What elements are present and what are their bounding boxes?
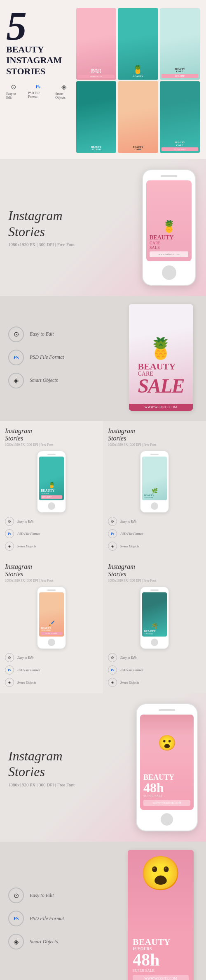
phone-speaker-2 (159, 709, 175, 711)
col-card-1: Instagram Stories 1080x1920 PX | 300 DPI… (0, 421, 103, 557)
hero-right: BEAUTYIS YOUR SUPER SALE 🍍 BEAUTY BEAUTY… (76, 8, 200, 153)
col-sub-4: 1080x1920 PX | 300 DPI | Free Font (108, 579, 201, 582)
col-phone-3: 🖌️ BEAUTY CUR SALE SUPER SALE (37, 587, 66, 649)
col-speaker-2 (150, 454, 159, 455)
col-title-1: Instagram Stories (5, 427, 98, 442)
hero-icons: ⊙ Easy to Edit Ps PSD File Format ◈ Smar… (6, 83, 72, 99)
stories-text-1: Instagram Stories 1080x1920 PX | 300 DPI… (8, 208, 132, 247)
feature-label-6: Smart Objects (30, 939, 58, 945)
bfc-beauty: BEAUTY (133, 937, 189, 947)
bsc-48-text: 48h (143, 781, 190, 794)
edit-icon-circle-2: ⊙ (8, 888, 24, 903)
col-phone-area-4: 🌴 BEAUTY IS YOURS (108, 587, 201, 649)
col-layers-icon-1: ◈ (5, 542, 14, 551)
col-f1-4: ⊙ Easy to Edit (108, 653, 201, 662)
col-card-2: Instagram Stories 1080x1920 PX | 300 DPI… (103, 421, 206, 557)
feature-label-3: Smart Objects (30, 377, 58, 383)
col-f3-2: ◈ Smart Objects (108, 542, 201, 551)
pineapple-large-1: 🍍 (138, 336, 184, 360)
face-emoji: 😮 (140, 854, 181, 893)
screen-bar-1: www.website.com (150, 251, 188, 257)
phone-home-btn-1 (162, 265, 176, 280)
sale-text-1: SALE (150, 245, 188, 250)
col-f2-4: Ps PSD File Format (108, 665, 201, 675)
stories-large-section-1: Instagram Stories 1080x1920 PX | 300 DPI… (0, 159, 206, 296)
col-features-3: ⊙ Easy to Edit Ps PSD File Format ◈ Smar… (5, 653, 98, 687)
feature-smart-2: ◈ Smart Objects (8, 934, 117, 949)
hero-title: BEAUTY INSTAGRAM STORIES (6, 44, 72, 77)
col-layers-icon-4: ◈ (108, 678, 117, 687)
pineapple-icon-1: 🍍 (119, 64, 156, 74)
col-f3-4: ◈ Smart Objects (108, 678, 201, 687)
pineapple-col-1: 🍍 (41, 482, 62, 489)
mini-card-6: BEAUTYCARE TOTAL SALE (160, 81, 200, 153)
col-screen-1: 🍍 BEAUTY IS YOUR 20% OFF (39, 457, 64, 501)
features-section-1: ⊙ Easy to Edit Ps PSD File Format ◈ Smar… (0, 296, 206, 421)
face-overlay-2: 😮 (140, 715, 194, 767)
large-card-area-1: 🍍 BEAUTY CARE SALE WWW.WEBSITE.COM (124, 304, 198, 411)
col-screen-3: 🖌️ BEAUTY CUR SALE SUPER SALE (39, 592, 64, 637)
col-card-4: Instagram Stories 1080x1920 PX | 300 DPI… (103, 557, 206, 693)
bottom-face-card: 😮 BEAUTY IS YOURS 48h SUPER SALE WWW.WEB… (128, 850, 194, 980)
col-ps-icon-3: Ps (5, 665, 14, 675)
stories-title-2: Instagram Stories (8, 748, 128, 780)
col-edit-icon-3: ⊙ (5, 653, 14, 662)
hero-number: 5 (6, 8, 72, 43)
screen-content-1: 🍍 BEAUTY CARE SALE www.website.com (146, 180, 192, 261)
col-ps-icon-4: Ps (108, 665, 117, 675)
two-col-row-2: Instagram Stories 1080x1920 PX | 300 DPI… (0, 557, 206, 693)
col-card-3: Instagram Stories 1080x1920 PX | 300 DPI… (0, 557, 103, 693)
col-f1-2: ⊙ Easy to Edit (108, 517, 201, 526)
ps-icon-circle-2: Ps (8, 911, 24, 926)
col-title-2: Instagram Stories (108, 427, 201, 442)
col-phone-4: 🌴 BEAUTY IS YOURS (140, 587, 169, 649)
phone-mockup-2: 😮 BEAUTY 48h SUPER SALE WWW.WEBSITE.COM (136, 703, 198, 831)
phone-area-1: 🍍 BEAUTY CARE SALE www.website.com (140, 169, 198, 286)
features-list-2: ⊙ Easy to Edit Ps PSD File Format ◈ Smar… (8, 850, 117, 980)
col-speaker-3 (47, 589, 56, 591)
col-speaker-4 (150, 589, 159, 591)
edit-icon-circle-1: ⊙ (8, 327, 24, 342)
stories-large-section-2: Instagram Stories 1080x1920 PX | 300 DPI… (0, 693, 206, 842)
layers-icon: ◈ (61, 83, 66, 91)
feature-label-1: Easy to Edit (30, 331, 54, 337)
feature-label-2: PSD File Format (30, 354, 64, 360)
col-phone-2: 🌿 BEAUTY IS YOURS (140, 451, 169, 513)
col-title-4: Instagram Stories (108, 563, 201, 578)
col-edit-icon-4: ⊙ (108, 653, 117, 662)
feature-easy-edit-2: ⊙ Easy to Edit (8, 888, 117, 903)
col-ps-icon-1: Ps (5, 529, 14, 538)
edit-icon: ⊙ (11, 83, 16, 91)
hero-section: 5 BEAUTY INSTAGRAM STORIES ⊙ Easy to Edi… (0, 0, 206, 159)
col-features-2: ⊙ Easy to Edit Ps PSD File Format ◈ Smar… (108, 517, 201, 551)
mini-card-3: BEAUTYCARE 20% OFF (160, 8, 200, 80)
phone-screen-1: 🍍 BEAUTY CARE SALE www.website.com (146, 180, 192, 261)
care-text-1: CARE (150, 241, 188, 245)
discount-badge: 20% OFF (162, 74, 198, 78)
psd-format-item: Ps PSD File Format (28, 84, 48, 99)
col-layers-icon-2: ◈ (108, 542, 117, 551)
large-card-sale-vert: SALE (138, 377, 184, 395)
large-template-card-1: 🍍 BEAUTY CARE SALE WWW.WEBSITE.COM (129, 304, 193, 411)
feature-psd-1: Ps PSD File Format (8, 350, 117, 365)
mini-card-1: BEAUTYIS YOUR SUPER SALE (76, 8, 116, 80)
sale-badge-2: TOTAL SALE (162, 147, 198, 151)
col-f2-1: Ps PSD File Format (5, 529, 98, 538)
bfc-super: SUPER SALE (133, 968, 189, 973)
beauty-text-1: BEAUTY (150, 235, 188, 241)
col-f2-3: Ps PSD File Format (5, 665, 98, 675)
features-list-1: ⊙ Easy to Edit Ps PSD File Format ◈ Smar… (8, 327, 117, 388)
features-section-2: ⊙ Easy to Edit Ps PSD File Format ◈ Smar… (0, 842, 206, 980)
feature-smart-1: ◈ Smart Objects (8, 373, 117, 388)
bsc-super-text: SUPER SALE (143, 794, 190, 798)
face-card-top: 😮 (128, 850, 194, 933)
phone-mockup-1: 🍍 BEAUTY CARE SALE www.website.com (142, 169, 196, 286)
col-phone-btn-1 (48, 502, 55, 510)
feature-label-5: PSD File Format (30, 916, 64, 922)
hero-left: 5 BEAUTY INSTAGRAM STORIES ⊙ Easy to Edi… (6, 8, 72, 99)
mini-card-4: BEAUTYSTUDIO (76, 81, 116, 153)
ps-icon-circle-1: Ps (8, 350, 24, 365)
col-phone-btn-2 (151, 502, 158, 510)
mini-card-5: BEAUTYCARE (118, 81, 158, 153)
large-card-beauty: BEAUTY (138, 362, 184, 371)
